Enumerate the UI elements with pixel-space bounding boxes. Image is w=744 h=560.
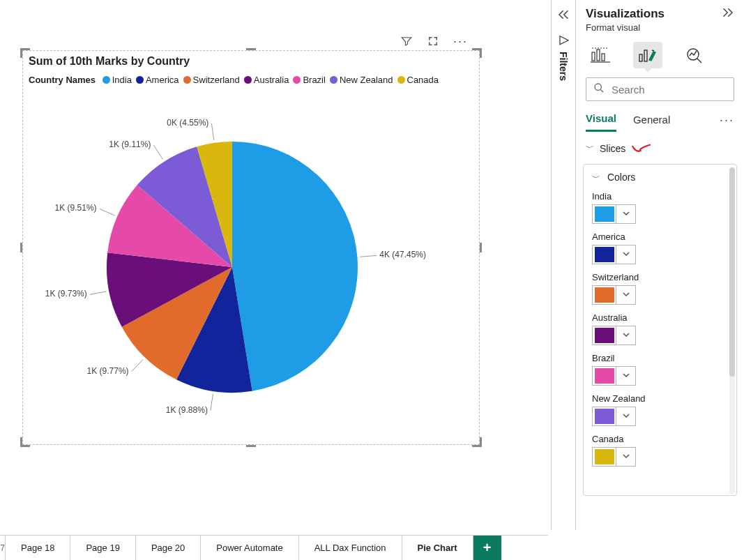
page-tab[interactable]: ALL Dax Function (299, 536, 402, 560)
general-sub-tab[interactable]: General (633, 109, 670, 131)
annotation-mark (631, 143, 652, 154)
color-entry: Brazil (592, 353, 728, 386)
slices-section-header[interactable]: ﹀ Slices (576, 133, 744, 158)
colors-section-header[interactable]: ﹀ Colors (592, 172, 728, 184)
legend-title: Country Names (29, 75, 96, 85)
resize-handle[interactable] (246, 48, 256, 58)
svg-line-6 (211, 123, 213, 140)
color-entry: India (592, 191, 728, 225)
legend-item[interactable]: America (136, 75, 179, 85)
color-entry: Switzerland (592, 272, 728, 305)
slice-label: 1K (9.73%) (45, 289, 87, 298)
color-entry-label: Canada (592, 434, 728, 444)
search-icon (593, 82, 605, 96)
color-picker-button[interactable] (592, 204, 636, 224)
filters-label: Filters (558, 52, 569, 81)
format-search-input[interactable] (610, 83, 744, 96)
chevron-down-icon (616, 367, 635, 385)
page-tab-bar: 7 Page 18Page 19Page 20Power AutomateALL… (0, 535, 548, 560)
slice-label: 1K (9.11%) (109, 139, 151, 149)
chart-title: Sum of 10th Marks by Country (29, 55, 190, 68)
svg-line-3 (90, 292, 107, 295)
filters-pane-collapsed[interactable]: Filters (551, 0, 576, 530)
page-tab-scroll-prev[interactable]: 7 (0, 536, 6, 560)
svg-line-5 (153, 145, 162, 159)
color-entry: Australia (592, 312, 728, 346)
pie-plot-area: 4K (47.45%)1K (9.88%)1K (9.77%)1K (9.73%… (23, 93, 480, 441)
legend-item[interactable]: Canada (397, 75, 439, 85)
chevron-down-icon (616, 286, 635, 304)
legend-item[interactable]: Switzerland (183, 75, 240, 85)
color-picker-button[interactable] (592, 407, 636, 426)
color-entry-label: New Zealand (592, 393, 728, 404)
page-tab[interactable]: Pie Chart (402, 536, 473, 560)
analytics-tab-icon[interactable] (681, 42, 710, 68)
slice-label: 1K (9.77%) (87, 366, 129, 376)
svg-line-1 (211, 394, 213, 411)
color-entry-label: Switzerland (592, 272, 728, 282)
color-entry: America (592, 232, 728, 265)
chevron-down-icon: ﹀ (586, 142, 594, 154)
colors-card: ﹀ Colors IndiaAmericaSwitzerlandAustrali… (583, 164, 737, 496)
svg-line-2 (132, 359, 144, 371)
color-picker-button[interactable] (592, 326, 636, 345)
expand-filters-icon[interactable] (557, 10, 570, 22)
focus-mode-icon[interactable] (427, 35, 439, 50)
format-visual-subtitle: Format visual (576, 22, 744, 38)
chart-legend: Country Names IndiaAmericaSwitzerlandAus… (29, 75, 443, 85)
color-entry: New Zealand (592, 393, 728, 427)
add-page-button[interactable]: + (473, 536, 501, 560)
format-search-box[interactable] (586, 77, 734, 101)
filter-icon[interactable] (400, 35, 413, 50)
format-visual-tab-icon[interactable] (633, 42, 662, 68)
chevron-down-icon (616, 407, 635, 425)
svg-rect-10 (639, 54, 642, 61)
chevron-down-icon: ﹀ (592, 173, 600, 183)
svg-rect-9 (602, 54, 605, 61)
slice-label: 1K (9.51%) (55, 203, 97, 213)
page-tab[interactable]: Page 18 (6, 536, 70, 560)
page-tab[interactable]: Power Automate (201, 536, 298, 560)
legend-item[interactable]: New Zealand (330, 75, 393, 85)
pie-chart-visual[interactable]: Sum of 10th Marks by Country Country Nam… (22, 50, 480, 445)
colors-scrollbar[interactable] (729, 167, 735, 494)
build-visual-tab-icon[interactable] (586, 42, 615, 68)
chevron-down-icon (616, 245, 635, 264)
color-picker-button[interactable] (592, 366, 636, 386)
svg-line-4 (100, 209, 115, 215)
color-entry: Canada (592, 434, 728, 467)
visual-sub-tab[interactable]: Visual (586, 108, 616, 132)
resize-handle[interactable] (472, 48, 482, 58)
chevron-down-icon (616, 326, 635, 345)
filters-icon (558, 33, 570, 49)
legend-item[interactable]: India (103, 75, 132, 85)
slices-label: Slices (600, 143, 625, 154)
svg-line-0 (360, 255, 377, 257)
slice-label: 0K (4.55%) (167, 118, 208, 128)
legend-item[interactable]: Australia (244, 75, 289, 85)
slice-label: 4K (47.45%) (379, 250, 426, 259)
svg-rect-8 (597, 50, 600, 61)
pie-slice[interactable] (232, 142, 358, 391)
page-tab[interactable]: Page 19 (70, 536, 135, 560)
collapse-visualizations-icon[interactable] (722, 8, 734, 20)
sub-tab-more-icon[interactable]: ··· (720, 113, 734, 128)
svg-rect-11 (644, 50, 647, 61)
visualizations-title: Visualizations (586, 7, 665, 21)
color-entry-label: Brazil (592, 353, 728, 363)
chevron-down-icon (616, 448, 635, 466)
visualizations-pane: Visualizations Format visual Visual Gene… (576, 0, 744, 560)
color-picker-button[interactable] (592, 285, 636, 305)
slice-label: 1K (9.88%) (166, 405, 208, 415)
svg-rect-7 (592, 52, 595, 61)
visual-more-icon[interactable]: ··· (453, 35, 468, 50)
chevron-down-icon (616, 205, 635, 223)
color-picker-button[interactable] (592, 245, 636, 264)
color-picker-button[interactable] (592, 447, 636, 467)
legend-item[interactable]: Brazil (293, 75, 326, 85)
color-entry-label: Australia (592, 312, 728, 323)
page-tab[interactable]: Page 20 (136, 536, 201, 560)
color-entry-label: India (592, 191, 728, 202)
color-entry-label: America (592, 232, 728, 242)
report-canvas: ··· Sum of 10th Marks by Country Country… (0, 0, 548, 530)
